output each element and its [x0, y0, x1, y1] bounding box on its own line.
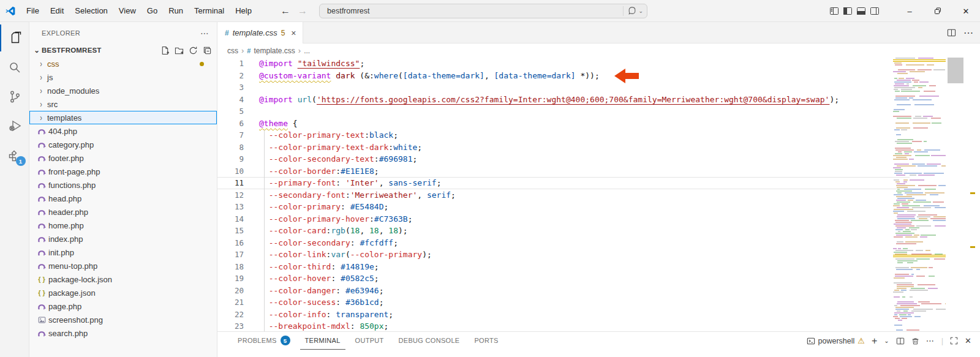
menu-selection[interactable]: Selection: [69, 1, 113, 21]
restore-button[interactable]: [924, 0, 952, 22]
terminal-dropdown-icon[interactable]: ⌄: [884, 337, 889, 344]
new-folder-icon[interactable]: [175, 46, 184, 55]
scrollbar-thumb[interactable]: [948, 58, 963, 83]
split-terminal-icon[interactable]: [896, 337, 905, 345]
code-line-4[interactable]: 4@import url('https://fonts.googleapis.c…: [217, 94, 910, 106]
vertical-scrollbar[interactable]: [947, 58, 964, 331]
new-file-icon[interactable]: [160, 46, 170, 55]
tree-file-404-php[interactable]: 404.php: [29, 124, 217, 138]
tree-file-head-php[interactable]: head.php: [29, 192, 217, 205]
menu-run[interactable]: Run: [163, 1, 189, 21]
menu-go[interactable]: Go: [141, 1, 163, 21]
menu-file[interactable]: File: [21, 1, 45, 21]
code-line-12[interactable]: 12 --secondary-font:'Merriweather', seri…: [217, 189, 910, 201]
minimize-button[interactable]: –: [895, 0, 924, 22]
activity-run-debug-icon[interactable]: [0, 113, 29, 140]
copilot-menu-button[interactable]: ⌄: [623, 6, 643, 16]
panel-tab-debug-console[interactable]: DEBUG CONSOLE: [394, 332, 465, 350]
code-line-22[interactable]: 22 --color-info: transparent;: [217, 309, 910, 321]
toggle-secondary-sidebar-icon[interactable]: [870, 6, 880, 16]
code-line-7[interactable]: 7 --color-primary-text:black;: [217, 129, 910, 141]
tree-folder-css[interactable]: ›css: [29, 57, 217, 70]
tree-file-menu-top-php[interactable]: menu-top.php: [29, 259, 217, 272]
toggle-panel-icon[interactable]: [856, 6, 866, 16]
terminal-instance[interactable]: powershell ⚠: [807, 336, 865, 345]
close-panel-icon[interactable]: ✕: [965, 336, 971, 345]
code-line-18[interactable]: 18 --color-third: #14819e;: [217, 261, 910, 273]
menu-help[interactable]: Help: [230, 1, 257, 21]
tree-file-header-php[interactable]: header.php: [29, 205, 217, 219]
tree-file-search-php[interactable]: search.php: [29, 326, 217, 340]
tree-file-package-lock-json[interactable]: { }package-lock.json: [29, 272, 217, 286]
tree-file-home-php[interactable]: home.php: [29, 219, 217, 232]
activity-source-control-icon[interactable]: [0, 83, 29, 110]
split-editor-icon[interactable]: [947, 28, 956, 37]
code-line-2[interactable]: 2@custom-variant dark (&:where([data-the…: [217, 70, 910, 82]
code-line-14[interactable]: 14 --color-primary-hover:#C7363B;: [217, 213, 910, 225]
code-line-3[interactable]: 3: [217, 81, 910, 94]
tree-folder-js[interactable]: ›js: [29, 70, 217, 84]
code-line-16[interactable]: 16 --color-secondary: #fcfdff;: [217, 237, 910, 249]
code-line-20[interactable]: 20 --color-danger: #e63946;: [217, 285, 910, 297]
tree-file-category-php[interactable]: category.php: [29, 138, 217, 151]
breadcrumb-file[interactable]: template.css: [254, 47, 295, 55]
code-line-23[interactable]: 23 --breakpoint-mdxl: 850px;: [217, 320, 910, 331]
nav-forward-icon[interactable]: →: [298, 6, 307, 17]
activity-explorer-icon[interactable]: [0, 24, 29, 51]
code-line-13[interactable]: 13 --color-primary: #E5484D;: [217, 201, 910, 213]
code-line-15[interactable]: 15 --color-card:rgb(18, 18, 18);: [217, 225, 910, 237]
tab-template-css[interactable]: # template.css 5 ×: [217, 22, 303, 43]
panel-more-actions-icon[interactable]: ⋯: [926, 336, 935, 345]
nav-back-icon[interactable]: ←: [281, 6, 290, 17]
code-editor[interactable]: 1@import "tailwindcss";2@custom-variant …: [217, 58, 980, 331]
workspace-section-header[interactable]: ⌄ BESTFROMREST: [29, 43, 217, 57]
code-line-9[interactable]: 9 --color-secondary-text:#696981;: [217, 153, 910, 165]
refresh-icon[interactable]: [189, 46, 198, 55]
tree-folder-templates[interactable]: ›templates: [29, 111, 217, 124]
tree-file-init-php[interactable]: init.php: [29, 246, 217, 259]
code-line-1[interactable]: 1@import "tailwindcss";: [217, 58, 910, 70]
minimap[interactable]: [893, 58, 946, 331]
code-line-19[interactable]: 19 --color-hover: #0582c5;: [217, 272, 910, 285]
terminal-content[interactable]: [217, 350, 980, 357]
tree-file-page-php[interactable]: page.php: [29, 299, 217, 313]
code-line-11[interactable]: 11 --primary-font: 'Inter', sans-serif;: [217, 177, 910, 189]
panel-tab-ports[interactable]: PORTS: [469, 332, 503, 350]
editor-more-actions-icon[interactable]: ⋯: [963, 27, 974, 39]
tree-file-index-php[interactable]: index.php: [29, 232, 217, 246]
menu-edit[interactable]: Edit: [45, 1, 69, 21]
code-line-21[interactable]: 21 --color-sucess: #36b1cd;: [217, 296, 910, 309]
tree-folder-src[interactable]: ›src: [29, 97, 217, 111]
new-terminal-icon[interactable]: +: [872, 336, 877, 347]
code-line-6[interactable]: 6@theme {: [217, 118, 910, 130]
panel-tab-output[interactable]: OUTPUT: [350, 332, 389, 350]
breadcrumb-root[interactable]: css: [227, 47, 238, 55]
kill-terminal-icon[interactable]: [911, 337, 919, 345]
code-line-5[interactable]: 5: [217, 105, 910, 118]
code-line-17[interactable]: 17 --color-link:var(--color-primary);: [217, 249, 910, 261]
tree-file-functions-php[interactable]: functions.php: [29, 178, 217, 192]
toggle-sidebar-icon[interactable]: [843, 6, 853, 16]
tree-file-screenshot-png[interactable]: screenshot.png: [29, 313, 217, 326]
breadcrumb-more[interactable]: ...: [304, 47, 310, 55]
activity-extensions-icon[interactable]: 1: [0, 142, 29, 169]
close-window-button[interactable]: ✕: [952, 0, 980, 22]
panel-tab-terminal[interactable]: TERMINAL: [300, 332, 345, 350]
collapse-folders-icon[interactable]: [203, 46, 212, 55]
activity-search-icon[interactable]: [0, 54, 29, 81]
tree-folder-node-modules[interactable]: ›node_modules: [29, 84, 217, 97]
tree-file-front-page-php[interactable]: front-page.php: [29, 165, 217, 178]
code-line-8[interactable]: 8 --color-primary-text-dark:white;: [217, 141, 910, 154]
breadcrumb[interactable]: css › # template.css › ...: [217, 43, 980, 58]
command-center-search[interactable]: bestfromrest ⌄: [319, 4, 647, 18]
maximize-panel-icon[interactable]: [950, 337, 958, 345]
tab-close-icon[interactable]: ×: [291, 28, 296, 38]
tree-file-package-json[interactable]: { }package.json: [29, 286, 217, 299]
code-line-10[interactable]: 10 --color-border:#E1E1E8;: [217, 165, 910, 178]
menu-terminal[interactable]: Terminal: [189, 1, 230, 21]
explorer-more-actions-icon[interactable]: ⋯: [200, 28, 209, 38]
menu-view[interactable]: View: [113, 1, 141, 21]
panel-tab-problems[interactable]: PROBLEMS5: [233, 332, 295, 350]
tree-file-footer-php[interactable]: footer.php: [29, 151, 217, 165]
customize-layout-icon[interactable]: [829, 6, 839, 16]
